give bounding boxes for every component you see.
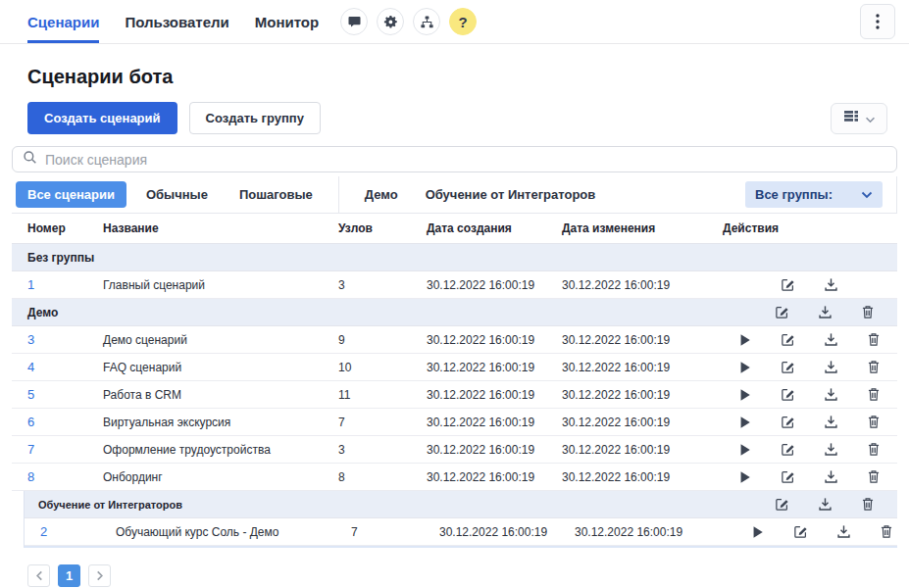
row-actions xyxy=(707,438,903,462)
delete-icon[interactable] xyxy=(846,301,889,324)
download-icon[interactable] xyxy=(809,273,852,297)
play-icon[interactable] xyxy=(723,438,766,462)
filter-tab-regular[interactable]: Обычные xyxy=(134,181,220,208)
scenario-number-link[interactable]: 4 xyxy=(27,360,34,374)
nested-group-block: Обучение от Интеграторов2Обучающий курс … xyxy=(24,491,897,548)
scenario-nodes-count: 7 xyxy=(323,416,411,429)
play-icon[interactable] xyxy=(723,466,766,489)
scenario-nodes-count: 11 xyxy=(323,388,411,402)
edit-icon[interactable] xyxy=(766,438,809,462)
nav-tab-users[interactable]: Пользователи xyxy=(125,0,228,43)
edit-icon[interactable] xyxy=(766,356,809,379)
main-content: Сценарии бота Создать сценарий Создать г… xyxy=(0,66,909,587)
scenario-number-link[interactable]: 8 xyxy=(27,469,34,484)
download-icon[interactable] xyxy=(803,493,846,516)
gear-icon[interactable] xyxy=(377,8,404,35)
scenario-created-date: 30.12.2022 16:00:19 xyxy=(411,388,546,402)
nav-icon-buttons: ? xyxy=(340,8,477,35)
download-icon[interactable] xyxy=(809,356,852,379)
scenario-number-link[interactable]: 1 xyxy=(27,277,34,292)
group-label: Демо xyxy=(12,306,58,319)
play-icon[interactable] xyxy=(723,411,766,434)
search-input[interactable] xyxy=(45,152,886,168)
edit-icon[interactable] xyxy=(760,493,803,516)
edit-icon[interactable] xyxy=(766,383,809,407)
edit-icon[interactable] xyxy=(760,301,803,324)
scenario-modified-date: 30.12.2022 16:00:19 xyxy=(546,470,707,484)
download-icon[interactable] xyxy=(803,301,846,324)
scenario-modified-date: 30.12.2022 16:00:19 xyxy=(546,443,707,457)
row-actions xyxy=(707,466,903,489)
more-menu-button[interactable] xyxy=(860,4,895,39)
scenario-modified-date: 30.12.2022 16:00:19 xyxy=(546,416,707,429)
delete-icon[interactable] xyxy=(865,520,908,544)
scenario-number-link[interactable]: 7 xyxy=(27,442,34,457)
scenario-nodes-count: 3 xyxy=(323,278,411,292)
group-actions xyxy=(717,246,897,270)
scenario-nodes-count: 10 xyxy=(323,361,411,374)
delete-icon[interactable] xyxy=(852,438,895,462)
table-row: 3Демо сценарий930.12.2022 16:00:1930.12.… xyxy=(12,326,897,354)
edit-icon[interactable] xyxy=(766,411,809,434)
chat-icon[interactable] xyxy=(340,8,368,35)
download-icon[interactable] xyxy=(809,466,852,489)
edit-icon[interactable] xyxy=(766,328,809,352)
play-icon[interactable] xyxy=(723,356,766,379)
scenario-number-link[interactable]: 2 xyxy=(40,524,47,539)
table-row: 4FAQ сценарий1030.12.2022 16:00:1930.12.… xyxy=(12,354,897,381)
view-mode-dropdown-button[interactable] xyxy=(831,103,887,134)
delete-icon[interactable] xyxy=(852,466,895,489)
row-actions xyxy=(720,520,909,544)
next-page-button[interactable] xyxy=(88,564,111,587)
sitemap-icon[interactable] xyxy=(413,8,440,35)
play-icon[interactable] xyxy=(723,328,766,352)
scenario-name: FAQ сценарий xyxy=(87,361,323,374)
download-icon[interactable] xyxy=(809,438,852,462)
scenario-created-date: 30.12.2022 16:00:19 xyxy=(411,333,546,347)
help-icon[interactable]: ? xyxy=(449,8,477,35)
create-scenario-button[interactable]: Создать сценарий xyxy=(27,102,177,134)
scenario-created-date: 30.12.2022 16:00:19 xyxy=(424,525,559,539)
download-icon[interactable] xyxy=(809,328,852,352)
scenario-number-link[interactable]: 3 xyxy=(27,332,34,347)
delete-icon[interactable] xyxy=(852,356,895,379)
filter-tab-step-by-step[interactable]: Пошаговые xyxy=(227,181,325,208)
group-filter-select[interactable]: Все группы: xyxy=(745,181,883,208)
chevron-right-icon xyxy=(96,570,104,581)
create-group-button[interactable]: Создать группу xyxy=(189,102,321,134)
delete-icon[interactable] xyxy=(846,493,889,516)
list-view-icon xyxy=(843,109,859,127)
play-icon[interactable] xyxy=(735,520,779,544)
download-icon[interactable] xyxy=(809,383,852,407)
action-slot-empty xyxy=(723,273,766,297)
action-slot-empty xyxy=(852,273,895,297)
edit-icon[interactable] xyxy=(779,520,822,544)
delete-icon[interactable] xyxy=(852,383,895,407)
scenario-modified-date: 30.12.2022 16:00:19 xyxy=(559,525,720,539)
play-icon[interactable] xyxy=(723,383,766,407)
nav-tab-scenarios[interactable]: Сценарии xyxy=(27,0,99,43)
edit-icon[interactable] xyxy=(766,466,809,489)
scenario-number-link[interactable]: 5 xyxy=(27,387,34,402)
scenario-number-link[interactable]: 6 xyxy=(27,415,34,429)
group-link-integrators-training[interactable]: Обучение от Интеграторов xyxy=(426,187,596,202)
scenario-nodes-count: 9 xyxy=(323,333,411,347)
scenario-modified-date: 30.12.2022 16:00:19 xyxy=(546,333,707,347)
column-header-actions: Действия xyxy=(707,221,897,235)
page-number-button[interactable]: 1 xyxy=(58,564,80,587)
edit-icon[interactable] xyxy=(766,273,809,297)
download-icon[interactable] xyxy=(809,411,852,434)
action-slot-empty xyxy=(717,301,760,324)
filter-tab-all-scenarios[interactable]: Все сценарии xyxy=(16,181,126,208)
download-icon[interactable] xyxy=(822,520,865,544)
chevron-down-icon xyxy=(861,191,873,199)
delete-icon[interactable] xyxy=(852,411,895,434)
scenario-modified-date: 30.12.2022 16:00:19 xyxy=(546,361,707,374)
group-link-demo[interactable]: Демо xyxy=(365,187,398,202)
group-actions xyxy=(717,493,897,516)
table-row: 8Онбординг830.12.2022 16:00:1930.12.2022… xyxy=(12,464,897,491)
nav-tab-monitor[interactable]: Монитор xyxy=(255,0,319,43)
prev-page-button[interactable] xyxy=(27,564,50,587)
scenario-created-date: 30.12.2022 16:00:19 xyxy=(411,470,546,484)
delete-icon[interactable] xyxy=(852,328,895,352)
